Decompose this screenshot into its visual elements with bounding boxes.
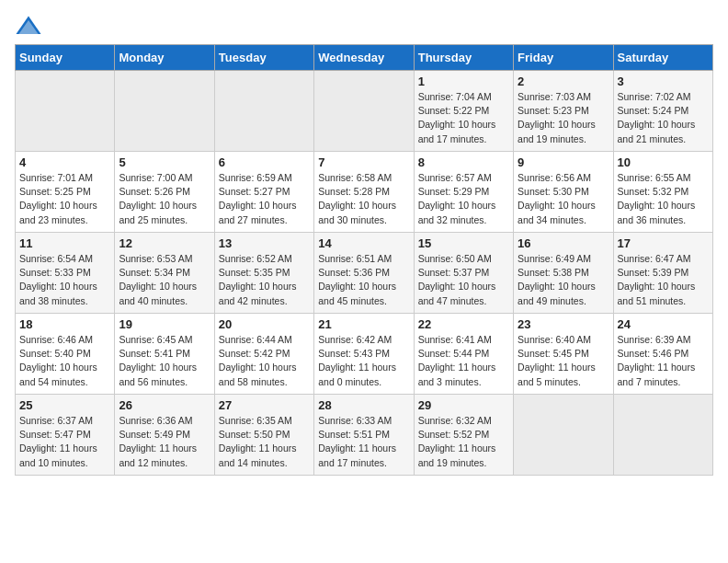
day-number: 6 [219,155,310,169]
calendar-week-row: 18Sunrise: 6:46 AMSunset: 5:40 PMDayligh… [16,314,713,395]
calendar-day-cell: 5Sunrise: 7:00 AMSunset: 5:26 PMDaylight… [115,152,214,233]
day-number: 13 [219,236,310,250]
calendar-day-cell [613,395,712,476]
calendar-day-cell: 17Sunrise: 6:47 AMSunset: 5:39 PMDayligh… [613,233,712,314]
calendar-day-cell: 22Sunrise: 6:41 AMSunset: 5:44 PMDayligh… [414,314,513,395]
weekday-header-cell: Tuesday [214,45,313,71]
day-number: 11 [19,236,110,250]
day-number: 9 [518,155,609,169]
day-info: Sunrise: 6:55 AMSunset: 5:32 PMDaylight:… [618,171,709,227]
calendar-table: SundayMondayTuesdayWednesdayThursdayFrid… [15,44,713,476]
day-number: 29 [418,398,509,412]
day-info: Sunrise: 6:36 AMSunset: 5:49 PMDaylight:… [119,414,210,470]
day-number: 28 [318,398,409,412]
calendar-day-cell [16,71,115,152]
weekday-header-cell: Thursday [414,45,513,71]
calendar-day-cell: 25Sunrise: 6:37 AMSunset: 5:47 PMDayligh… [16,395,115,476]
calendar-day-cell: 24Sunrise: 6:39 AMSunset: 5:46 PMDayligh… [613,314,712,395]
header [15,15,713,37]
calendar-week-row: 11Sunrise: 6:54 AMSunset: 5:33 PMDayligh… [16,233,713,314]
day-number: 1 [418,75,509,88]
day-info: Sunrise: 6:47 AMSunset: 5:39 PMDaylight:… [618,252,709,308]
calendar-day-cell: 27Sunrise: 6:35 AMSunset: 5:50 PMDayligh… [214,395,313,476]
day-info: Sunrise: 6:37 AMSunset: 5:47 PMDaylight:… [19,414,110,470]
day-number: 16 [518,236,609,250]
day-number: 14 [318,236,409,250]
weekday-header-row: SundayMondayTuesdayWednesdayThursdayFrid… [16,45,713,71]
calendar-week-row: 4Sunrise: 7:01 AMSunset: 5:25 PMDaylight… [16,152,713,233]
day-number: 25 [19,398,110,412]
calendar-day-cell: 3Sunrise: 7:02 AMSunset: 5:24 PMDaylight… [613,71,712,152]
calendar-day-cell: 15Sunrise: 6:50 AMSunset: 5:37 PMDayligh… [414,233,513,314]
calendar-day-cell [314,71,414,152]
calendar-day-cell: 13Sunrise: 6:52 AMSunset: 5:35 PMDayligh… [214,233,313,314]
day-info: Sunrise: 6:42 AMSunset: 5:43 PMDaylight:… [318,333,409,389]
day-number: 20 [219,317,310,331]
day-info: Sunrise: 6:35 AMSunset: 5:50 PMDaylight:… [219,414,310,470]
day-number: 22 [418,317,509,331]
weekday-header-cell: Monday [115,45,214,71]
day-info: Sunrise: 6:41 AMSunset: 5:44 PMDaylight:… [418,333,509,389]
weekday-header-cell: Sunday [16,45,115,71]
day-info: Sunrise: 7:04 AMSunset: 5:22 PMDaylight:… [418,90,509,146]
calendar-day-cell: 2Sunrise: 7:03 AMSunset: 5:23 PMDaylight… [514,71,613,152]
weekday-header-cell: Saturday [613,45,712,71]
day-number: 15 [418,236,509,250]
calendar-day-cell: 4Sunrise: 7:01 AMSunset: 5:25 PMDaylight… [16,152,115,233]
calendar-day-cell: 9Sunrise: 6:56 AMSunset: 5:30 PMDaylight… [514,152,613,233]
calendar-day-cell [514,395,613,476]
day-number: 5 [119,155,210,169]
calendar-day-cell: 14Sunrise: 6:51 AMSunset: 5:36 PMDayligh… [314,233,414,314]
day-info: Sunrise: 7:00 AMSunset: 5:26 PMDaylight:… [119,171,210,227]
day-info: Sunrise: 6:58 AMSunset: 5:28 PMDaylight:… [318,171,409,227]
calendar-day-cell: 26Sunrise: 6:36 AMSunset: 5:49 PMDayligh… [115,395,214,476]
calendar-day-cell: 28Sunrise: 6:33 AMSunset: 5:51 PMDayligh… [314,395,414,476]
calendar-day-cell: 20Sunrise: 6:44 AMSunset: 5:42 PMDayligh… [214,314,313,395]
calendar-day-cell: 29Sunrise: 6:32 AMSunset: 5:52 PMDayligh… [414,395,513,476]
day-number: 19 [119,317,210,331]
day-info: Sunrise: 6:53 AMSunset: 5:34 PMDaylight:… [119,252,210,308]
calendar-day-cell: 18Sunrise: 6:46 AMSunset: 5:40 PMDayligh… [16,314,115,395]
logo [15,15,46,37]
weekday-header-cell: Wednesday [314,45,414,71]
calendar-day-cell: 6Sunrise: 6:59 AMSunset: 5:27 PMDaylight… [214,152,313,233]
day-info: Sunrise: 6:49 AMSunset: 5:38 PMDaylight:… [518,252,609,308]
calendar-day-cell: 10Sunrise: 6:55 AMSunset: 5:32 PMDayligh… [613,152,712,233]
day-info: Sunrise: 6:50 AMSunset: 5:37 PMDaylight:… [418,252,509,308]
day-info: Sunrise: 6:40 AMSunset: 5:45 PMDaylight:… [518,333,609,389]
calendar-week-row: 25Sunrise: 6:37 AMSunset: 5:47 PMDayligh… [16,395,713,476]
day-number: 24 [618,317,709,331]
day-info: Sunrise: 7:02 AMSunset: 5:24 PMDaylight:… [618,90,709,146]
day-number: 4 [19,155,110,169]
day-info: Sunrise: 6:51 AMSunset: 5:36 PMDaylight:… [318,252,409,308]
day-info: Sunrise: 6:39 AMSunset: 5:46 PMDaylight:… [618,333,709,389]
day-info: Sunrise: 7:01 AMSunset: 5:25 PMDaylight:… [19,171,110,227]
calendar-day-cell: 21Sunrise: 6:42 AMSunset: 5:43 PMDayligh… [314,314,414,395]
calendar-day-cell: 8Sunrise: 6:57 AMSunset: 5:29 PMDaylight… [414,152,513,233]
day-info: Sunrise: 6:44 AMSunset: 5:42 PMDaylight:… [219,333,310,389]
day-info: Sunrise: 6:46 AMSunset: 5:40 PMDaylight:… [19,333,110,389]
day-number: 8 [418,155,509,169]
day-info: Sunrise: 6:33 AMSunset: 5:51 PMDaylight:… [318,414,409,470]
logo-icon [15,15,42,37]
calendar-day-cell: 7Sunrise: 6:58 AMSunset: 5:28 PMDaylight… [314,152,414,233]
calendar-day-cell: 23Sunrise: 6:40 AMSunset: 5:45 PMDayligh… [514,314,613,395]
calendar-day-cell [115,71,214,152]
day-number: 2 [518,75,609,88]
day-info: Sunrise: 6:59 AMSunset: 5:27 PMDaylight:… [219,171,310,227]
day-number: 23 [518,317,609,331]
day-number: 7 [318,155,409,169]
day-info: Sunrise: 6:32 AMSunset: 5:52 PMDaylight:… [418,414,509,470]
day-info: Sunrise: 6:54 AMSunset: 5:33 PMDaylight:… [19,252,110,308]
day-number: 18 [19,317,110,331]
calendar-body: 1Sunrise: 7:04 AMSunset: 5:22 PMDaylight… [16,71,713,476]
calendar-day-cell: 19Sunrise: 6:45 AMSunset: 5:41 PMDayligh… [115,314,214,395]
calendar-day-cell: 12Sunrise: 6:53 AMSunset: 5:34 PMDayligh… [115,233,214,314]
calendar-day-cell: 1Sunrise: 7:04 AMSunset: 5:22 PMDaylight… [414,71,513,152]
calendar-week-row: 1Sunrise: 7:04 AMSunset: 5:22 PMDaylight… [16,71,713,152]
calendar-day-cell: 11Sunrise: 6:54 AMSunset: 5:33 PMDayligh… [16,233,115,314]
weekday-header-cell: Friday [514,45,613,71]
day-info: Sunrise: 6:56 AMSunset: 5:30 PMDaylight:… [518,171,609,227]
day-number: 10 [618,155,709,169]
calendar-day-cell: 16Sunrise: 6:49 AMSunset: 5:38 PMDayligh… [514,233,613,314]
